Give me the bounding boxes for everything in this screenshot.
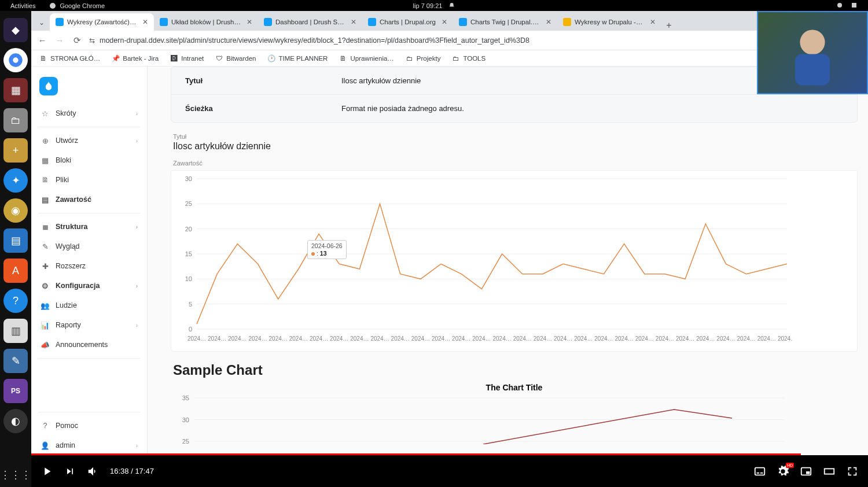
- sidebar-item-zawartość[interactable]: ▤ Zawartość: [31, 190, 147, 209]
- svg-rect-59: [760, 472, 763, 473]
- sidebar-item-utwórz[interactable]: ⊕ Utwórz ›: [31, 131, 147, 150]
- dock-app[interactable]: +: [3, 138, 28, 163]
- site-info-icon[interactable]: ⇆: [89, 36, 95, 45]
- bookmark-icon: 🗀: [406, 54, 414, 62]
- browser-tab[interactable]: Wykresy w Drupalu - Pre ✕: [557, 13, 661, 31]
- activities-button[interactable]: Activities: [10, 2, 35, 9]
- forward-icon[interactable]: →: [54, 35, 65, 46]
- layers-icon: ≣: [41, 222, 50, 231]
- tab-title: Wykresy (Zawartość) | D: [67, 19, 137, 25]
- dock-app[interactable]: ▥: [3, 319, 28, 343]
- url-field[interactable]: ⇆ modern-drupal.ddev.site/pl/admin/struc…: [89, 36, 798, 45]
- svg-rect-58: [757, 472, 760, 473]
- status-icon: [837, 2, 843, 9]
- svg-text:2024…: 2024…: [635, 335, 654, 342]
- theater-icon[interactable]: [823, 465, 836, 478]
- sidebar-item-raporty[interactable]: 📊 Raporty ›: [31, 315, 147, 335]
- sidebar-item-konfiguracja[interactable]: ⚙ Konfiguracja ›: [31, 276, 147, 296]
- play-icon[interactable]: [41, 465, 53, 478]
- sidebar-item-announcements[interactable]: 📣 Announcements: [31, 335, 147, 355]
- close-tab-icon[interactable]: ✕: [140, 18, 148, 26]
- close-tab-icon[interactable]: ✕: [244, 18, 252, 26]
- dock-app[interactable]: ✦: [3, 168, 28, 193]
- dock-app[interactable]: A: [3, 259, 28, 283]
- fullscreen-icon[interactable]: [846, 465, 859, 478]
- dock-app[interactable]: PS: [3, 379, 28, 403]
- settings-icon[interactable]: [777, 465, 789, 478]
- miniplayer-icon[interactable]: [800, 465, 812, 478]
- chevron-right-icon: ›: [136, 110, 138, 117]
- bookmark-icon: 🗎: [39, 54, 47, 62]
- sidebar-item-rozszerz[interactable]: ✚ Rozszerz: [31, 256, 147, 276]
- bookmark-icon: 📌: [112, 54, 120, 62]
- sidebar-item-ludzie[interactable]: 👥 Ludzie: [31, 296, 147, 315]
- notification-icon[interactable]: [448, 2, 455, 9]
- close-tab-icon[interactable]: ✕: [543, 18, 551, 26]
- bookmark-item[interactable]: 🕑TIME PLANNER: [267, 54, 328, 62]
- dock-apps[interactable]: ⋮⋮⋮: [3, 463, 28, 487]
- sidebar-item-pliki[interactable]: 🗎 Pliki: [31, 170, 147, 190]
- dock-app[interactable]: ▦: [3, 78, 28, 102]
- reload-icon[interactable]: ⟳: [72, 35, 82, 46]
- bookmark-icon: 🅳: [170, 54, 178, 62]
- bookmark-item[interactable]: 🗀TOOLS: [452, 54, 486, 62]
- svg-text:2024…: 2024…: [350, 335, 369, 342]
- svg-text:30: 30: [185, 175, 192, 182]
- bookmark-item[interactable]: 🗎Uprawnienia…: [339, 54, 393, 62]
- bookmark-item[interactable]: 🗎STRONA GŁÓ…: [39, 54, 100, 62]
- back-icon[interactable]: ←: [37, 35, 47, 46]
- chart-container: 0510152025302024…2024…2024…2024…2024…202…: [171, 170, 858, 352]
- dock-app[interactable]: ◉: [3, 198, 28, 223]
- bookmark-icon: 🕑: [267, 54, 275, 62]
- browser-tab[interactable]: Układ bloków | Drush Sit ✕: [154, 13, 258, 31]
- bookmark-item[interactable]: 📌Bartek - Jira: [112, 54, 159, 62]
- close-tab-icon[interactable]: ✕: [439, 18, 447, 26]
- svg-text:2024…: 2024…: [716, 335, 735, 342]
- sidebar-item-struktura[interactable]: ≣ Struktura ›: [31, 217, 147, 237]
- dock-app[interactable]: ▤: [3, 228, 28, 253]
- sidebar-item-wygląd[interactable]: ✎ Wygląd: [31, 237, 147, 256]
- close-tab-icon[interactable]: ✕: [348, 18, 356, 26]
- browser-tab[interactable]: Dashboard | Drush Site- ✕: [258, 13, 362, 31]
- subtitles-icon[interactable]: [753, 465, 766, 478]
- svg-text:2024…: 2024…: [737, 335, 756, 342]
- svg-text:2024…: 2024…: [615, 335, 633, 342]
- chart-tooltip: 2024-06-26 : 13: [307, 240, 347, 259]
- dock-app[interactable]: ◐: [3, 409, 28, 433]
- video-controls: 16:38 / 17:47: [31, 455, 868, 487]
- bookmark-item[interactable]: 🅳Intranet: [170, 54, 204, 62]
- users-icon: 👥: [41, 301, 50, 310]
- browser-tab[interactable]: Charts | Drupal.org ✕: [362, 13, 453, 31]
- sidebar-item-label: Pomoc: [56, 422, 78, 430]
- sidebar-item-admin[interactable]: 👤 admin ›: [31, 436, 147, 455]
- dock-help[interactable]: ?: [3, 289, 28, 313]
- browser-tab[interactable]: Wykresy (Zawartość) | D ✕: [50, 13, 154, 31]
- drupal-logo[interactable]: [39, 77, 58, 95]
- sidebar-item-skróty[interactable]: ☆ Skróty ›: [31, 104, 147, 123]
- browser-tab[interactable]: Charts Twig | Drupal.org ✕: [453, 13, 557, 31]
- dock-app[interactable]: ✎: [3, 349, 28, 373]
- dock-chrome[interactable]: [3, 48, 28, 72]
- svg-text:2024…: 2024…: [370, 335, 389, 342]
- bookmark-item[interactable]: 🛡Bitwarden: [215, 54, 256, 62]
- dock-files[interactable]: 🗀: [3, 108, 28, 132]
- new-tab-button[interactable]: +: [661, 20, 676, 31]
- topbar-app[interactable]: Google Chrome: [49, 2, 105, 9]
- sidebar-item-bloki[interactable]: ▦ Bloki: [31, 150, 147, 170]
- tabs-dropdown-icon[interactable]: ⌄: [34, 14, 50, 31]
- volume-icon[interactable]: [87, 465, 100, 478]
- svg-text:2024…: 2024…: [187, 335, 206, 342]
- close-tab-icon[interactable]: ✕: [648, 18, 656, 26]
- bookmark-item[interactable]: 🗀Projekty: [406, 54, 441, 62]
- svg-text:2024…: 2024…: [574, 335, 593, 342]
- svg-point-4: [13, 57, 18, 62]
- svg-point-1: [837, 3, 842, 8]
- svg-text:2024…: 2024…: [391, 335, 410, 342]
- dock-app[interactable]: ◆: [3, 18, 28, 42]
- svg-text:2024…: 2024…: [452, 335, 470, 342]
- svg-rect-57: [755, 467, 765, 475]
- sidebar-item-pomoc[interactable]: ? Pomoc: [31, 416, 147, 436]
- help-icon: ?: [41, 421, 50, 430]
- next-icon[interactable]: [64, 465, 76, 478]
- tab-title: Dashboard | Drush Site-: [275, 19, 345, 25]
